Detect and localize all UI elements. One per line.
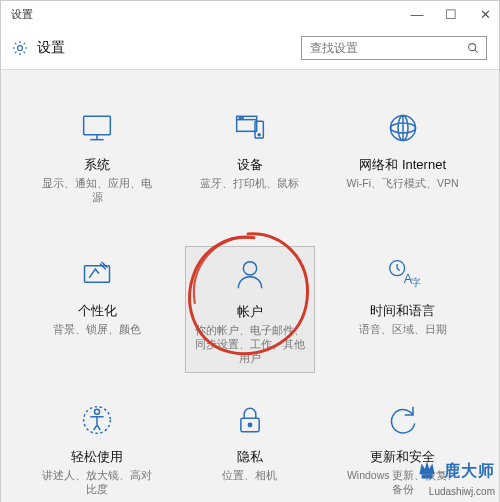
ease-icon [77, 398, 117, 440]
tile-personalization[interactable]: 个性化 背景、锁屏、颜色 [32, 246, 162, 342]
svg-point-11 [258, 134, 260, 136]
svg-point-22 [95, 409, 100, 414]
tile-title: 设备 [237, 156, 263, 174]
svg-rect-16 [85, 266, 110, 283]
settings-window: 设置 — ☐ ✕ 设置 [0, 0, 500, 502]
svg-rect-3 [84, 116, 111, 134]
header-bar: 设置 [1, 27, 499, 70]
tile-title: 个性化 [78, 302, 117, 320]
tile-sub: 背景、锁屏、颜色 [51, 322, 143, 336]
close-button[interactable]: ✕ [475, 7, 495, 22]
svg-point-0 [18, 46, 23, 51]
watermark-logo-icon [414, 458, 440, 484]
privacy-icon [230, 398, 270, 440]
tile-title: 隐私 [237, 448, 263, 466]
page-title: 设置 [37, 39, 65, 57]
watermark: 鹿大师 Ludashiwj.com [414, 458, 495, 497]
gear-icon [11, 39, 29, 57]
watermark-brand: 鹿大师 [444, 461, 495, 482]
tile-accounts[interactable]: 帐户 你的帐户、电子邮件、同步设置、工作、其他用户 [185, 246, 315, 373]
system-icon [77, 106, 117, 148]
tile-sub: 蓝牙、打印机、鼠标 [198, 176, 301, 190]
search-box[interactable] [301, 36, 487, 60]
tile-title: 帐户 [237, 303, 263, 321]
tile-sub: 位置、相机 [220, 468, 279, 482]
personalization-icon [77, 252, 117, 294]
tile-sub: 讲述人、放大镜、高对比度 [36, 468, 158, 496]
update-icon [383, 398, 423, 440]
tile-sub: 显示、通知、应用、电源 [36, 176, 158, 204]
svg-point-24 [248, 423, 251, 426]
svg-point-1 [469, 44, 476, 51]
svg-text:字: 字 [410, 277, 420, 288]
tile-sub: 语音、区域、日期 [357, 322, 449, 336]
svg-rect-25 [422, 474, 433, 478]
svg-line-2 [475, 50, 478, 53]
accounts-icon [230, 253, 270, 295]
svg-point-8 [239, 117, 240, 118]
search-input[interactable] [308, 40, 466, 56]
watermark-url: Ludashiwj.com [429, 486, 495, 497]
tile-sub: Wi-Fi、飞行模式、VPN [345, 176, 461, 190]
window-chrome: 设置 — ☐ ✕ [1, 1, 499, 27]
tile-devices[interactable]: 设备 蓝牙、打印机、鼠标 [185, 100, 315, 196]
tile-time-language[interactable]: A 字 时间和语言 语音、区域、日期 [338, 246, 468, 342]
tile-system[interactable]: 系统 显示、通知、应用、电源 [32, 100, 162, 210]
network-icon [383, 106, 423, 148]
search-icon [466, 41, 480, 55]
tile-title: 时间和语言 [370, 302, 435, 320]
devices-icon [230, 106, 270, 148]
tile-sub: 你的帐户、电子邮件、同步设置、工作、其他用户 [190, 323, 310, 366]
minimize-button[interactable]: — [407, 7, 427, 22]
settings-grid: 系统 显示、通知、应用、电源 设备 蓝牙、打印机、鼠标 [1, 70, 499, 502]
time-language-icon: A 字 [383, 252, 423, 294]
svg-point-17 [243, 262, 256, 275]
tile-title: 轻松使用 [71, 448, 123, 466]
tile-privacy[interactable]: 隐私 位置、相机 [185, 392, 315, 488]
svg-point-9 [242, 117, 243, 118]
maximize-button[interactable]: ☐ [441, 7, 461, 22]
tile-title: 网络和 Internet [359, 156, 446, 174]
tile-title: 系统 [84, 156, 110, 174]
tile-network[interactable]: 网络和 Internet Wi-Fi、飞行模式、VPN [338, 100, 468, 196]
tile-ease-of-access[interactable]: 轻松使用 讲述人、放大镜、高对比度 [32, 392, 162, 502]
chrome-title: 设置 [11, 7, 33, 22]
